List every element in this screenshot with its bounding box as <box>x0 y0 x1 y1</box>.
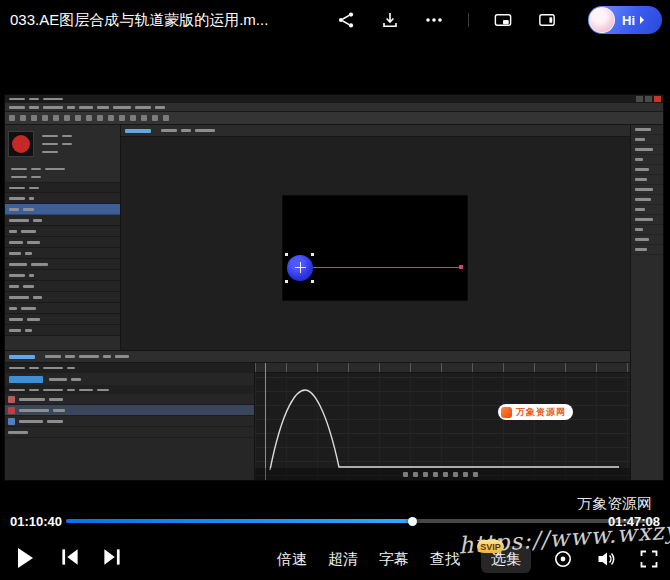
ae-layer-row-selected <box>5 405 254 416</box>
ae-project-preview <box>5 125 120 183</box>
next-episode-button[interactable] <box>100 545 124 569</box>
motion-path-endpoint <box>459 265 463 269</box>
video-player: 033.AE图层合成与轨道蒙版的运用.m... Hi <box>0 0 670 580</box>
speed-graph-curve <box>255 363 630 480</box>
settings-icon[interactable] <box>552 548 574 570</box>
ae-tool-bar <box>5 112 663 125</box>
ae-layer-row <box>5 416 254 427</box>
anchor-point-icon <box>300 262 301 273</box>
watermark-logo-icon <box>501 407 512 418</box>
faux-text <box>7 165 119 181</box>
avatar <box>589 7 615 33</box>
greeting-label: Hi <box>622 13 635 28</box>
ae-project-item-list <box>5 193 120 336</box>
control-button-row: 倍速 超清 字幕 查找 选集 <box>0 538 670 580</box>
top-icon-group <box>336 0 557 40</box>
faux-text <box>5 385 254 394</box>
faux-text <box>5 95 663 103</box>
player-controls: 01:10:40 01:47:08 倍速 超清 字幕 查找 选集 <box>0 510 670 580</box>
fullscreen-icon[interactable] <box>638 548 660 570</box>
previous-episode-button[interactable] <box>58 545 82 569</box>
ae-composition-viewport <box>283 196 467 300</box>
ae-graph-editor <box>255 363 630 480</box>
more-icon[interactable] <box>424 9 444 31</box>
share-icon[interactable] <box>336 9 356 31</box>
ae-composition-tab <box>121 125 630 137</box>
ae-search-row <box>5 183 120 193</box>
video-surface[interactable]: 万象资源网 万象资源网 <box>0 40 670 510</box>
current-time: 01:10:40 <box>10 514 62 529</box>
red-circle-thumbnail <box>12 135 30 153</box>
play-button[interactable] <box>14 545 36 571</box>
selection-handle <box>311 280 314 283</box>
progress-fill <box>66 519 413 523</box>
motion-path-line <box>300 267 461 268</box>
ae-timeline-tabs <box>5 350 630 363</box>
top-bar: 033.AE图层合成与轨道蒙版的运用.m... Hi <box>0 0 670 40</box>
picture-in-picture-icon[interactable] <box>493 9 513 31</box>
progress-handle[interactable] <box>408 517 417 526</box>
speed-button[interactable]: 倍速 <box>277 550 307 569</box>
video-title: 033.AE图层合成与轨道蒙版的运用.m... <box>10 11 325 30</box>
download-icon[interactable] <box>380 9 400 31</box>
watermark-logo-text: 万象资源网 <box>516 406 566 419</box>
right-control-group: 倍速 超清 字幕 查找 选集 <box>277 538 660 580</box>
user-account-pill[interactable]: Hi <box>588 6 662 34</box>
ae-app-window <box>5 95 663 480</box>
subtitle-button[interactable]: 字幕 <box>379 550 409 569</box>
ae-layer-row <box>5 394 254 405</box>
ae-menu-bar <box>5 103 663 112</box>
svip-badge: SVIP <box>477 540 504 553</box>
ae-title-bar <box>5 95 663 103</box>
window-buttons <box>636 96 661 102</box>
ae-side-panels <box>630 125 663 480</box>
chevron-right-icon <box>640 16 644 24</box>
ae-layer-row <box>5 427 254 438</box>
find-button[interactable]: 查找 <box>430 550 460 569</box>
volume-icon[interactable] <box>595 548 617 570</box>
selection-handle <box>285 253 288 256</box>
divider <box>468 13 469 27</box>
watermark-site-name: 万象资源网 <box>577 495 652 510</box>
watermark-logo-pill: 万象资源网 <box>498 404 573 420</box>
faux-text <box>38 132 118 156</box>
selection-handle <box>285 280 288 283</box>
selection-handle <box>311 253 314 256</box>
graph-editor-toolbar <box>255 468 630 480</box>
ae-project-panel <box>5 125 121 350</box>
ae-timeline-panel <box>5 363 255 480</box>
ae-thumbnail <box>8 131 34 157</box>
faux-text <box>5 363 254 373</box>
progress-bar[interactable] <box>66 519 654 523</box>
quality-button[interactable]: 超清 <box>328 550 358 569</box>
mini-window-icon[interactable] <box>537 9 557 31</box>
ae-timecode <box>5 373 254 385</box>
